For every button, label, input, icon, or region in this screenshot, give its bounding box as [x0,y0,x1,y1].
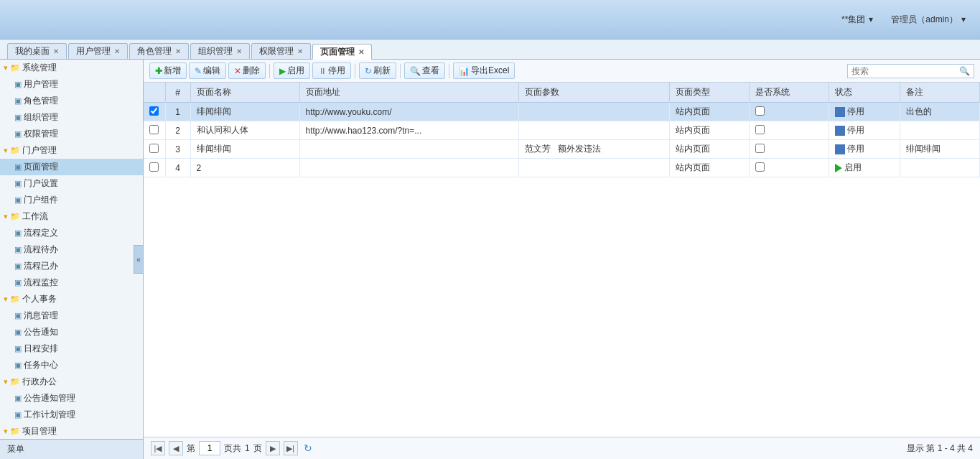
row-page-params [518,159,669,177]
sidebar-item-announce-mgmt[interactable]: ▣ 公告通知管理 [0,390,143,407]
delete-icon: ✕ [234,66,241,76]
row-checkbox-cell[interactable] [144,140,165,159]
user-dropdown-icon[interactable]: ▾ [961,14,966,24]
row-checkbox-cell[interactable] [144,103,165,121]
status-badge: 停用 [835,106,894,118]
page-input[interactable] [199,441,220,455]
tab-org-label: 组织管理 [198,45,233,57]
is-system-checkbox[interactable] [755,106,765,116]
stop-icon [835,107,845,117]
col-status: 状态 [829,83,900,103]
edit-button[interactable]: ✎ 编辑 [189,62,226,79]
row-checkbox-cell[interactable] [144,159,165,177]
col-num: # [165,83,190,103]
row-checkbox[interactable] [149,106,159,116]
tab-desktop[interactable]: 我的桌面 ✕ [7,43,67,59]
delete-button[interactable]: ✕ 删除 [228,62,266,79]
stop-icon [835,126,845,136]
tab-perm[interactable]: 权限管理 ✕ [251,43,311,59]
sidebar-item-portal-settings[interactable]: ▣ 门户设置 [0,175,143,192]
sidebar-item-announce[interactable]: ▣ 公告通知 [0,324,143,340]
sidebar-item-flow-done[interactable]: ▣ 流程已办 [0,258,143,274]
tab-org-close[interactable]: ✕ [236,47,242,55]
prev-page-button[interactable]: ◀ [169,441,183,455]
sidebar-item-workplan-mgmt[interactable]: ▣ 工作计划管理 [0,407,143,423]
sidebar-item-user-mgmt[interactable]: ▣ 用户管理 [0,76,143,93]
tab-user[interactable]: 用户管理 ✕ [68,43,128,59]
table-row: 2 和认同和人体 http://www.hao123.com/?tn=... 站… [144,121,980,140]
edit-label: 编辑 [203,65,220,77]
sidebar-label-personal: 个人事务 [22,293,57,305]
tab-page-close[interactable]: ✕ [358,48,364,56]
sidebar-item-flow-monitor[interactable]: ▣ 流程监控 [0,274,143,291]
sidebar-item-org-mgmt[interactable]: ▣ 组织管理 [0,109,143,126]
item-icon: ▣ [14,410,22,419]
export-button[interactable]: 📊 导出Excel [453,62,515,79]
sidebar-item-personal[interactable]: ▾ 📁 个人事务 [0,291,143,307]
refresh-page-button[interactable]: ↻ [304,442,312,454]
disable-button[interactable]: ⏸ 停用 [312,62,351,79]
play-icon [835,164,842,172]
first-page-button[interactable]: |◀ [151,441,165,455]
folder-icon: ▾ 📁 [4,212,20,221]
is-system-checkbox[interactable] [755,144,765,153]
row-page-params [518,103,669,121]
view-button[interactable]: 🔍 查看 [404,62,445,79]
delete-label: 删除 [243,65,260,77]
next-page-button[interactable]: ▶ [266,441,280,455]
sidebar-collapse-button[interactable]: « [134,245,144,274]
sidebar-item-flow-pending[interactable]: ▣ 流程待办 [0,241,143,258]
row-checkbox-cell[interactable] [144,121,165,140]
toolbar-separator-4 [449,64,449,78]
row-remark: 绯闻绯闻 [900,140,979,159]
row-num: 3 [165,140,190,159]
row-checkbox[interactable] [149,125,159,134]
item-icon: ▣ [14,311,22,320]
row-num: 2 [165,121,190,140]
item-icon: ▣ [14,394,22,403]
tab-perm-close[interactable]: ✕ [297,47,303,55]
sidebar-item-workflow[interactable]: ▾ 📁 工作流 [0,208,143,225]
sidebar-item-perm-mgmt[interactable]: ▣ 权限管理 [0,126,143,142]
page-label-page: 页 [253,442,262,455]
sidebar-item-project-mgmt[interactable]: ▾ 📁 项目管理 [0,423,143,440]
sidebar-item-schedule[interactable]: ▣ 日程安排 [0,340,143,357]
add-button[interactable]: ✚ 新增 [149,62,187,79]
tab-role-close[interactable]: ✕ [175,47,181,55]
search-icon[interactable]: 🔍 [956,65,974,78]
row-checkbox[interactable] [149,144,159,153]
last-page-button[interactable]: ▶| [284,441,298,455]
refresh-button[interactable]: ↻ 刷新 [359,62,396,79]
sidebar-item-msg-mgmt[interactable]: ▣ 消息管理 [0,307,143,324]
sidebar-item-flow-def[interactable]: ▣ 流程定义 [0,225,143,241]
company-dropdown-icon[interactable]: ▾ [869,14,873,24]
sidebar-item-portal-widget[interactable]: ▣ 门户组件 [0,192,143,208]
tab-user-close[interactable]: ✕ [114,47,120,55]
sidebar-menu-label[interactable]: 菜单 [0,439,143,459]
row-status: 停用 [829,103,900,121]
row-page-name: 2 [190,159,299,177]
tab-org[interactable]: 组织管理 ✕ [190,43,250,59]
tab-role[interactable]: 角色管理 ✕ [129,43,189,59]
col-page-params: 页面参数 [518,83,669,103]
folder-icon: ▾ 📁 [4,63,20,73]
tab-desktop-close[interactable]: ✕ [53,47,59,55]
sidebar-item-portal-mgmt[interactable]: ▾ 📁 门户管理 [0,142,143,159]
sidebar-item-task[interactable]: ▣ 任务中心 [0,357,143,374]
sidebar-item-admin-office[interactable]: ▾ 📁 行政办公 [0,374,143,390]
is-system-checkbox[interactable] [755,125,765,134]
row-is-system [749,140,829,159]
is-system-checkbox[interactable] [755,162,765,172]
enable-button[interactable]: ▶ 启用 [274,62,310,79]
sidebar-item-page-mgmt[interactable]: ▣ 页面管理 [0,159,143,175]
row-status: 启用 [829,159,900,177]
search-box[interactable]: 🔍 [847,64,974,78]
item-icon: ▣ [14,162,22,172]
sidebar-item-role-mgmt[interactable]: ▣ 角色管理 [0,93,143,109]
sidebar-item-system-mgmt[interactable]: ▾ 📁 系统管理 [0,60,143,76]
row-checkbox[interactable] [149,162,159,172]
item-icon: ▣ [14,96,22,106]
search-input[interactable] [848,65,956,78]
tab-page[interactable]: 页面管理 ✕ [312,44,372,60]
enable-label: 启用 [287,65,304,77]
